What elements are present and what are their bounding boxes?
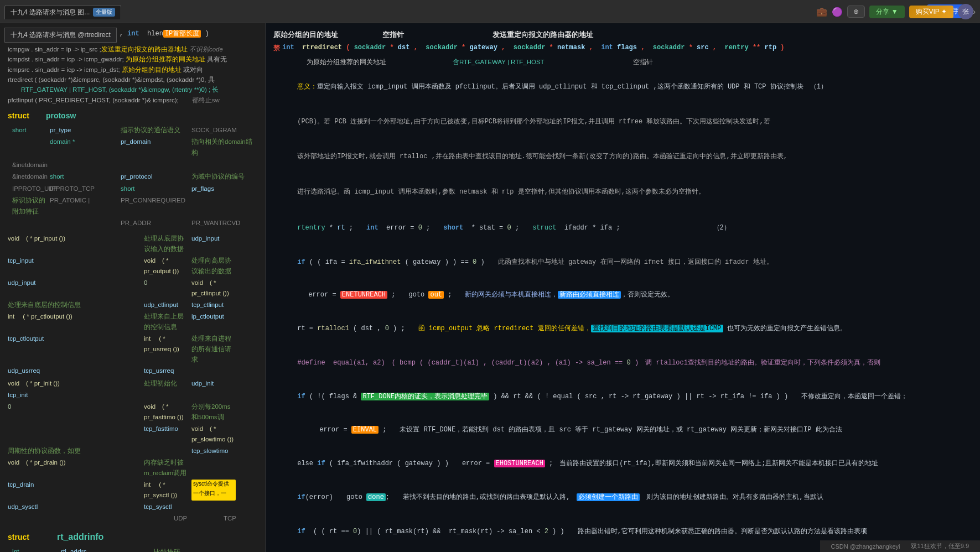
left-panel: void icmp_input ( mbuf *m , int hlenIP首部… [0,23,266,552]
code-block-1: icmpgw . sin_addr = ip -> ip_src ;发送重定向报… [8,44,257,105]
meaning-line: 意义：重定向输入报文 icmp_input 调用本函数及 pfctlinput。… [273,71,972,103]
top-right-bar: 💼 🟣 ⊕ 分享 ▼ 购买VIP ✦ 张 [810,0,980,23]
header-col2: 空指针 [382,29,404,41]
struct-rt-addrinfo: struct rt_addrinfo intrti_addrs比特掩码 sock… [8,529,257,552]
label-row: 为原始分组推荐的网关地址 含RTF_GATEWAY | RTF_HOST 空指针 [273,56,972,67]
tab-badge: 全量版 [93,8,115,17]
code-error-einval: error = EINVAL ; 未设置 RTF_DONE，若能找到 dst 的… [273,414,972,446]
code-rtentry: rtentry * rt ; int error = 0 ; short * s… [273,212,972,244]
rtf-label: 含RTF_GATEWAY | RTF_HOST [453,56,545,67]
meaning-desc3: 进行选路消息。函 icmp_input 调用本函数时,参数 netmask 和 … [273,176,972,209]
code-define-equal: #define equal(a1, a2) ( bcmp ( (caddr_t)… [273,347,972,379]
bottom-bar: CSDN @zhangzhangkeyi 双11狂欢节，低至9.9 [820,540,980,552]
tab-title: 十九4 选路请求与消息 图... [11,8,90,17]
header-col3: 发送重定向报文的路由器的地址 [492,29,593,41]
active-tab[interactable]: 十九4 选路请求与消息 图... 全量版 [4,5,121,19]
code-ifa: if ( ( ifa = ifa_ifwithnet ( gateway ) )… [273,246,972,279]
share-label: 分享 [876,7,889,17]
func-signature-line: 禁 int rtredirect ( sockaddr * dst , sock… [273,43,972,54]
header-col1: 原始分组的目的地址 [273,29,338,41]
main-layout: void icmp_input ( mbuf *m , int hlenIP首部… [0,23,980,552]
briefcase-icon: 💼 [816,7,827,17]
avatar[interactable]: 张 [958,4,973,19]
gw-label: 为原始分组推荐的网关地址 [307,56,386,67]
code-rt-rtalloc: rt = rtalloc1 ( dst , 0 ) ; 函 icmp_outpu… [273,313,972,346]
purple-icon: 🟣 [832,7,843,17]
meaning-desc2: 该外部地址的IP报文时,就会调用 rtalloc ,并在路由表中查找该目的地址.… [273,141,972,174]
func-list: void ( * pr_input ())处理从底层协议输入的数据udp_inp… [8,233,257,524]
code-else-if: else if ( ifa_ifwithaddr ( gateway ) ) e… [273,447,972,480]
null-label: 空指针 [633,56,653,67]
share-button[interactable]: 分享 ▼ [869,6,905,18]
meaning-desc: (PCB)。若 PCB 连接到一个外部地址,由于方向已被改变,目标PCB将得到那… [273,106,972,138]
vip-button[interactable]: 购买VIP ✦ [909,6,953,18]
share-chevron-icon: ▼ [891,8,898,15]
festival-text: 双11狂欢节，低至9.9 [911,542,969,550]
right-panel: 原始分组的目的地址 空指针 发送重定向报文的路由器的地址 禁 int rtred… [266,23,980,552]
code-error-enetunreach: error = ENETUNREACH ; goto out ; 新的网关必须与… [273,279,972,311]
collect-button[interactable]: ⊕ [847,6,865,18]
username: CSDN @zhangzhangkeyi [831,543,900,550]
tab-tooltip: 十九4 选路请求与消息 @rtredirect [4,28,117,43]
header-row: 原始分组的目的地址 空指针 发送重定向报文的路由器的地址 [273,29,972,41]
code-if-flags: if ( !( flags & RTF_DONE内核的证实，表示消息处理完毕 )… [273,381,972,413]
struct-protosw: struct protosw shortpr_type指示协议的通信语义SOCK… [8,110,257,229]
code-if-error: if(error) goto done; 若找不到去目的地的路由,或找到的路由表… [273,482,972,514]
